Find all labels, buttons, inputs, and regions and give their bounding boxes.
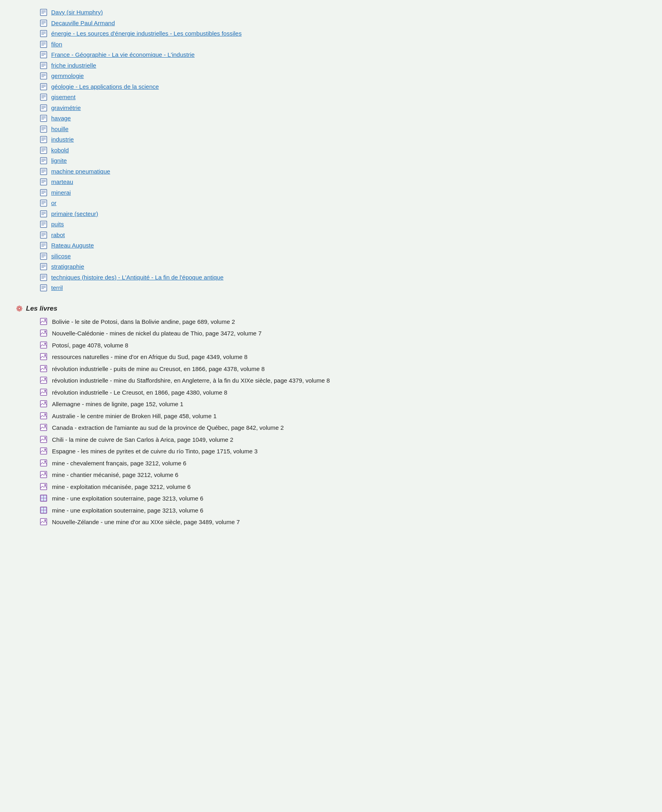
list-item: havage xyxy=(40,114,646,123)
svg-point-115 xyxy=(44,354,46,356)
list-item: mine - une exploitation souterraine, pag… xyxy=(40,506,646,517)
article-icon xyxy=(40,210,49,217)
article-link[interactable]: primaire (secteur) xyxy=(51,210,98,217)
article-icon xyxy=(40,221,49,228)
article-icon xyxy=(40,274,49,281)
article-icon xyxy=(40,231,49,239)
article-link[interactable]: Davy (sir Humphry) xyxy=(51,9,103,16)
book-icon xyxy=(40,412,50,422)
list-item: gisement xyxy=(40,93,646,102)
book-text: mine - chantier mécanisé, page 3212, vol… xyxy=(52,471,178,480)
article-link[interactable]: rabot xyxy=(51,231,65,238)
article-link[interactable]: or xyxy=(51,200,56,206)
list-item: France - Géographie - La vie économique … xyxy=(40,50,646,60)
svg-rect-141 xyxy=(41,498,44,501)
article-link[interactable]: gemmologie xyxy=(51,72,84,79)
svg-rect-56 xyxy=(40,158,47,164)
book-text: Australie - le centre minier de Broken H… xyxy=(52,412,217,421)
svg-rect-0 xyxy=(40,9,47,16)
books-section: ❁ Les livres Bolivie - le site de Potosi… xyxy=(16,304,646,528)
flower-icon: ❁ xyxy=(16,304,23,313)
article-link[interactable]: gravimétrie xyxy=(51,104,81,111)
article-link[interactable]: terril xyxy=(51,284,63,291)
book-icon xyxy=(40,353,50,363)
list-item: gemmologie xyxy=(40,72,646,81)
article-icon xyxy=(40,284,49,291)
list-item: kobold xyxy=(40,146,646,155)
svg-rect-72 xyxy=(40,200,47,206)
list-item: Rateau Auguste xyxy=(40,241,646,250)
article-link[interactable]: houille xyxy=(51,126,68,132)
list-item: puits xyxy=(40,220,646,229)
article-icon xyxy=(40,94,49,101)
svg-rect-12 xyxy=(40,41,47,48)
article-link[interactable]: silicose xyxy=(51,253,71,259)
article-icon xyxy=(40,51,49,58)
article-link[interactable]: lignite xyxy=(51,157,67,164)
book-text: Espagne - les mines de pyrites et de cui… xyxy=(52,447,257,456)
svg-rect-16 xyxy=(40,52,47,58)
article-link[interactable]: kobold xyxy=(51,147,69,154)
svg-point-111 xyxy=(44,331,46,332)
article-link[interactable]: minerai xyxy=(51,189,71,196)
books-list: Bolivie - le site de Potosi, dans la Bol… xyxy=(16,317,646,528)
article-icon xyxy=(40,62,49,69)
list-item: rabot xyxy=(40,231,646,240)
book-text: Allemagne - mines de lignite, page 152, … xyxy=(52,400,183,409)
svg-point-149 xyxy=(44,519,46,521)
svg-point-113 xyxy=(44,343,46,344)
svg-rect-32 xyxy=(40,94,47,100)
book-text: Nouvelle-Calédonie - mines de nickel du … xyxy=(52,329,261,338)
article-icon xyxy=(40,30,49,37)
svg-rect-52 xyxy=(40,147,47,154)
book-icon xyxy=(40,507,50,517)
svg-rect-144 xyxy=(41,507,44,510)
list-item: Davy (sir Humphry) xyxy=(40,8,646,17)
svg-rect-44 xyxy=(40,126,47,132)
article-link[interactable]: filon xyxy=(51,41,62,48)
articles-list: Davy (sir Humphry) Decauville Paul Arman… xyxy=(16,8,646,293)
book-text: Chili - la mine de cuivre de San Carlos … xyxy=(52,435,233,445)
book-text: Nouvelle-Zélande - une mine d'or au XIXe… xyxy=(52,518,240,527)
article-link[interactable]: géologie - Les applications de la scienc… xyxy=(51,83,159,90)
article-link[interactable]: friche industrielle xyxy=(51,62,96,69)
books-header: ❁ Les livres xyxy=(16,304,646,313)
list-item: Australie - le centre minier de Broken H… xyxy=(40,412,646,422)
book-text: mine - exploitation mécanisée, page 3212… xyxy=(52,483,191,492)
book-text: Potosí, page 4078, volume 8 xyxy=(52,341,128,350)
article-link[interactable]: stratigraphie xyxy=(51,263,84,270)
book-icon xyxy=(40,495,50,505)
list-item: houille xyxy=(40,125,646,134)
svg-point-125 xyxy=(44,413,46,415)
article-link[interactable]: Decauville Paul Armand xyxy=(51,20,115,26)
article-icon xyxy=(40,200,49,207)
book-icon xyxy=(40,329,50,339)
article-link[interactable]: énergie - Les sources d'énergie industri… xyxy=(51,30,241,37)
svg-point-123 xyxy=(44,401,46,403)
list-item: mine - chevalement français, page 3212, … xyxy=(40,459,646,469)
article-icon xyxy=(40,126,49,133)
book-icon xyxy=(40,483,50,493)
list-item: silicose xyxy=(40,252,646,261)
article-link[interactable]: marteau xyxy=(51,178,73,185)
article-link[interactable]: industrie xyxy=(51,136,74,143)
article-icon xyxy=(40,157,49,164)
article-link[interactable]: puits xyxy=(51,221,64,227)
svg-rect-100 xyxy=(40,274,47,281)
list-item: mine - exploitation mécanisée, page 3212… xyxy=(40,483,646,493)
article-link[interactable]: Rateau Auguste xyxy=(51,242,94,249)
list-item: minerai xyxy=(40,188,646,198)
book-text: Bolivie - le site de Potosi, dans la Bol… xyxy=(52,317,235,327)
article-link[interactable]: gisement xyxy=(51,94,76,100)
svg-point-109 xyxy=(44,319,46,321)
book-text: révolution industrielle - Le Creusot, en… xyxy=(52,388,227,397)
article-link[interactable]: machine pneumatique xyxy=(51,168,110,175)
article-link[interactable]: techniques (histoire des) - L'Antiquité … xyxy=(51,274,223,281)
svg-rect-40 xyxy=(40,115,47,122)
book-icon xyxy=(40,471,50,481)
article-link[interactable]: France - Géographie - La vie économique … xyxy=(51,51,195,58)
svg-rect-145 xyxy=(44,507,46,510)
svg-rect-60 xyxy=(40,168,47,175)
article-link[interactable]: havage xyxy=(51,115,71,122)
svg-rect-88 xyxy=(40,242,47,249)
